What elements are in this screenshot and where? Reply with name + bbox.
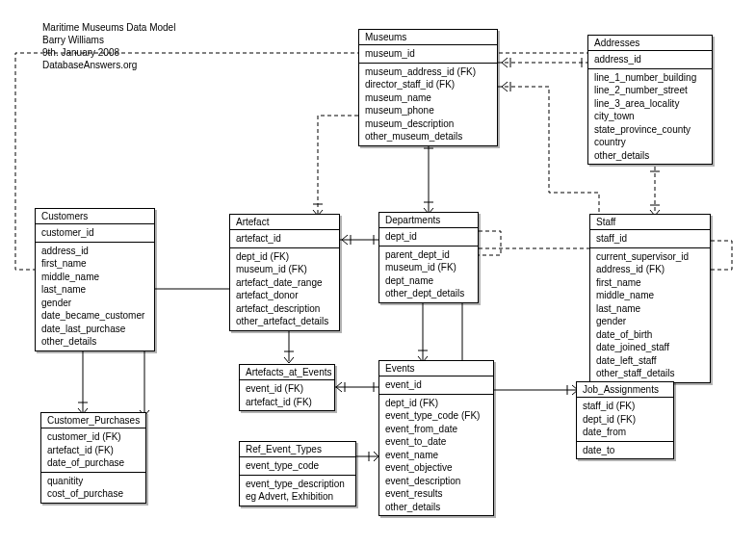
pk-section: museum_id [359, 45, 497, 63]
entity-departments: Departments dept_id parent_dept_id museu… [378, 212, 479, 303]
attrs-section: dept_id (FK) event_type_code (FK) event_… [379, 394, 493, 516]
entity-staff: Staff staff_id current_supervisor_id add… [589, 214, 711, 383]
pk-section: customer_id (FK) artefact_id (FK) date_o… [41, 428, 145, 472]
attrs-section: current_supervisor_id address_id (FK) fi… [590, 247, 710, 382]
entity-name: Staff [590, 215, 710, 230]
attrs-section: museum_address_id (FK) director_staff_id… [359, 63, 497, 145]
pk-section: event_id (FK) artefact_id (FK) [240, 380, 334, 410]
entity-artefacts-at-events: Artefacts_at_Events event_id (FK) artefa… [239, 364, 335, 411]
entity-name: Artefacts_at_Events [240, 365, 334, 380]
attrs-section: quanitity cost_of_purchase [41, 472, 145, 503]
attrs-section: parent_dept_id museum_id (FK) dept_name … [379, 246, 478, 302]
entity-name: Customer_Purchases [41, 413, 145, 428]
entity-events: Events event_id dept_id (FK) event_type_… [378, 360, 494, 516]
entity-addresses: Addresses address_id line_1_number_build… [587, 35, 713, 165]
pk-section: staff_id [590, 230, 710, 247]
attrs-section: address_id first_name middle_name last_n… [36, 242, 154, 350]
entity-name: Addresses [588, 36, 712, 51]
pk-section: artefact_id [230, 230, 339, 247]
entity-name: Ref_Event_Types [240, 442, 355, 457]
entity-name: Job_Assignments [577, 382, 673, 398]
header-block: Maritime Museums Data Model Barry Willia… [42, 21, 175, 71]
pk-section: staff_id (FK) dept_id (FK) date_from [577, 398, 673, 441]
entity-customer-purchases: Customer_Purchases customer_id (FK) arte… [40, 412, 146, 504]
date: 9th. January 2008 [42, 46, 175, 59]
pk-section: customer_id [36, 224, 154, 242]
attrs-section: date_to [577, 441, 673, 459]
entity-ref-event-types: Ref_Event_Types event_type_code event_ty… [239, 441, 356, 506]
entity-customers: Customers customer_id address_id first_n… [35, 208, 155, 351]
entity-name: Museums [359, 30, 497, 45]
pk-section: address_id [588, 51, 712, 68]
attrs-section: event_type_description eg Advert, Exhibi… [240, 475, 355, 506]
attrs-section: dept_id (FK) museum_id (FK) artefact_dat… [230, 247, 339, 330]
pk-section: dept_id [379, 228, 478, 246]
entity-name: Events [379, 361, 493, 376]
pk-section: event_type_code [240, 457, 355, 475]
entity-name: Customers [36, 209, 154, 224]
entity-artefact: Artefact artefact_id dept_id (FK) museum… [229, 214, 340, 331]
entity-name: Artefact [230, 215, 339, 230]
site: DatabaseAnswers.org [42, 59, 175, 71]
attrs-section: line_1_number_building line_2_number_str… [588, 68, 712, 165]
title: Maritime Museums Data Model [42, 21, 175, 34]
pk-section: event_id [379, 376, 493, 394]
entity-job-assignments: Job_Assignments staff_id (FK) dept_id (F… [576, 381, 674, 459]
author: Barry Williams [42, 34, 175, 46]
entity-name: Departments [379, 213, 478, 228]
entity-museums: Museums museum_id museum_address_id (FK)… [358, 29, 498, 146]
